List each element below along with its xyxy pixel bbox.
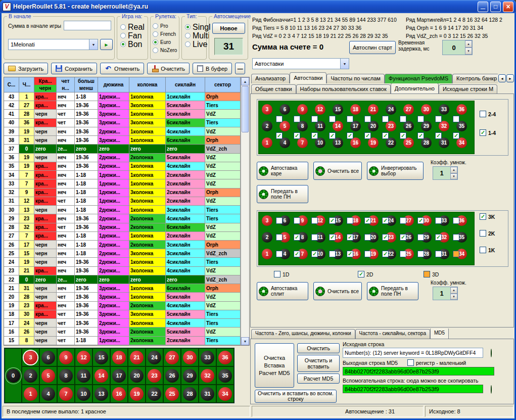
table-header-cell[interactable]: четн... <box>57 77 75 92</box>
board-cell[interactable]: 24 <box>146 348 163 366</box>
board-cell[interactable]: 19 <box>128 385 146 403</box>
title-bar[interactable]: V HelperRoullet 5.81 - create helperroul… <box>0 0 516 13</box>
board-cell[interactable]: 21 <box>128 348 146 366</box>
koeff-spinner[interactable]: 1 <box>433 166 458 180</box>
bet-checkbox[interactable]: ✓ <box>329 132 336 139</box>
board-number[interactable]: 4 <box>279 137 290 148</box>
roulette-number[interactable]: 17 <box>112 369 126 383</box>
bet-checkbox[interactable] <box>311 217 318 224</box>
side-check[interactable]: 2-4 <box>480 111 496 117</box>
board-number[interactable]: 23 <box>386 121 396 131</box>
board-cell[interactable]: 33 <box>199 348 216 366</box>
board-number[interactable]: 33 <box>439 104 449 115</box>
roulette-number[interactable]: 13 <box>95 387 108 401</box>
subtab-common-bets[interactable]: Общие ставки <box>251 84 296 94</box>
board-number[interactable]: 34 <box>456 137 467 148</box>
table-row[interactable]: 3919черннеч19-362дюжи...1колонка4сиклайн… <box>4 127 241 136</box>
table-header-cell[interactable]: сектор <box>205 77 241 92</box>
bet-checkbox[interactable] <box>347 217 353 224</box>
board-number[interactable]: 2 <box>262 121 272 131</box>
spin-up-button[interactable] <box>465 40 472 48</box>
bet-checkbox[interactable] <box>276 234 283 241</box>
board-cell[interactable]: 20 <box>128 366 146 385</box>
board-number[interactable]: 11 <box>315 121 325 131</box>
roulette-number[interactable]: 6 <box>41 351 55 364</box>
md5-source-input[interactable] <box>343 348 483 358</box>
board-cell[interactable]: 26 <box>163 366 181 385</box>
bet-checkbox[interactable] <box>453 217 459 224</box>
side-check[interactable]: ✓1-4 <box>480 129 496 136</box>
table-row[interactable]: 2923кра...неч19-362дюжи...2колонка4сикла… <box>4 214 241 223</box>
bet-checkbox[interactable] <box>364 116 371 122</box>
table-row[interactable]: 2321кра...неч19-362дюжи...3колонка4сикла… <box>4 267 241 275</box>
bet-checkbox[interactable] <box>276 116 283 122</box>
close-button[interactable] <box>503 2 513 12</box>
bet-checkbox[interactable]: ✓ <box>417 132 424 139</box>
bet-checkbox[interactable]: ✓ <box>347 251 353 257</box>
table-row[interactable]: 3831черннеч19-363дюжи...1колонка6сиклайн… <box>4 136 241 145</box>
subtab-user-bet-sets[interactable]: Наборы пользовательских ставок <box>296 84 391 94</box>
chevron-down-icon[interactable] <box>89 39 98 50</box>
roulette-number[interactable]: 4 <box>41 387 55 401</box>
roulette-number[interactable]: 34 <box>218 387 232 401</box>
bet-checkbox[interactable] <box>435 217 442 224</box>
board-number[interactable]: 28 <box>421 137 432 148</box>
table-row[interactable]: 3013черннеч1-182дюжи...1колонка3сиклайнT… <box>4 206 241 214</box>
board-number[interactable]: 31 <box>439 137 449 148</box>
roulette-number[interactable]: 2 <box>24 369 37 383</box>
bet-checkbox[interactable]: ✓ <box>364 132 371 139</box>
table-row[interactable]: 2515черннеч1-182дюжи...3колонка3сиклайнV… <box>4 249 241 258</box>
roulette-number[interactable]: 22 <box>148 387 161 401</box>
autospin-start-button[interactable]: Автоспин старт <box>349 41 396 54</box>
minimize-button[interactable] <box>478 2 488 12</box>
board-number[interactable]: 12 <box>315 104 325 115</box>
board-number[interactable]: 26 <box>403 121 414 131</box>
table-row[interactable]: 337кра...неч1-181дюжи...1колонка2сиклайн… <box>4 179 241 188</box>
board-number[interactable]: 5 <box>279 121 290 131</box>
roulette-number[interactable]: 29 <box>183 369 197 383</box>
invert-selection-button[interactable]: Инвертировать выбор <box>367 162 424 180</box>
table-row[interactable]: 2131черннеч19-363дюжи...1колонка6сиклайн… <box>4 284 241 293</box>
table-row[interactable]: 4128чернчет19-363дюжи...1колонка5сиклайн… <box>4 110 241 118</box>
roulette-number[interactable]: 33 <box>201 351 214 364</box>
radio-option[interactable]: NoZero <box>151 46 179 54</box>
md5-clear-paste-aux-button[interactable]: Очистить и вставить во вспом. строку <box>255 390 337 403</box>
md5-calc-button[interactable]: Расчет MD5 <box>297 374 340 384</box>
dimension-check[interactable]: 1D <box>274 271 289 277</box>
table-row[interactable]: 3112кра...чет1-181дюжи...3колонка2сиклай… <box>4 197 241 206</box>
board-number[interactable]: 35 <box>456 121 467 131</box>
roulette-number[interactable]: 31 <box>201 387 214 401</box>
dimension-check[interactable]: ✓2D <box>358 271 373 277</box>
clear-all-button[interactable]: Очистить все <box>313 282 362 300</box>
subtab-additional[interactable]: Дополнительно <box>391 83 439 94</box>
board-cell[interactable]: 8 <box>57 366 75 385</box>
tab-analyzer[interactable]: Анализатор <box>251 74 290 83</box>
bet-checkbox[interactable]: ✓ <box>347 234 353 241</box>
collapse-button[interactable]: — <box>235 63 245 74</box>
board-number[interactable]: 20 <box>368 121 379 131</box>
table-header-cell[interactable]: большменш <box>75 77 98 92</box>
roulette-number[interactable]: 24 <box>148 351 161 364</box>
bet-checkbox[interactable]: ✓ <box>453 132 459 139</box>
table-scrollbar[interactable] <box>241 77 249 345</box>
roulette-number[interactable]: 21 <box>130 351 144 364</box>
toolbar-button[interactable]: Загрузить <box>4 63 48 74</box>
bet-checkbox[interactable]: ✓ <box>435 234 442 241</box>
table-row[interactable]: 220zeroze...zerozerozerozeroVdZ_zch <box>4 275 241 284</box>
roulette-number[interactable]: 11 <box>77 369 90 383</box>
roulette-number[interactable]: 20 <box>130 369 144 383</box>
table-row[interactable]: 158чернчет1-181дюжи...2колонка2сиклайнTi… <box>4 337 241 345</box>
roulette-number[interactable]: 27 <box>165 351 179 364</box>
roulette-number-zero[interactable]: 0 <box>7 369 20 383</box>
delay-spinner[interactable]: 0 <box>442 40 473 55</box>
tab-number-frequencies[interactable]: Частоты по числам <box>326 74 384 83</box>
bet-checkbox[interactable] <box>435 251 442 257</box>
board-number[interactable]: 21 <box>368 104 379 115</box>
table-row[interactable]: 2419черннеч19-362дюжи...1колонка4сиклайн… <box>4 258 241 266</box>
bet-checkbox[interactable] <box>435 116 442 122</box>
bet-checkbox[interactable]: ✓ <box>400 132 406 139</box>
board-number[interactable]: 24 <box>386 104 396 115</box>
board-number[interactable]: 27 <box>403 104 414 115</box>
table-row[interactable]: 1626чернчет19-363дюжи...2колонка5сиклайн… <box>4 328 241 336</box>
side-check[interactable]: 1K <box>480 247 495 253</box>
